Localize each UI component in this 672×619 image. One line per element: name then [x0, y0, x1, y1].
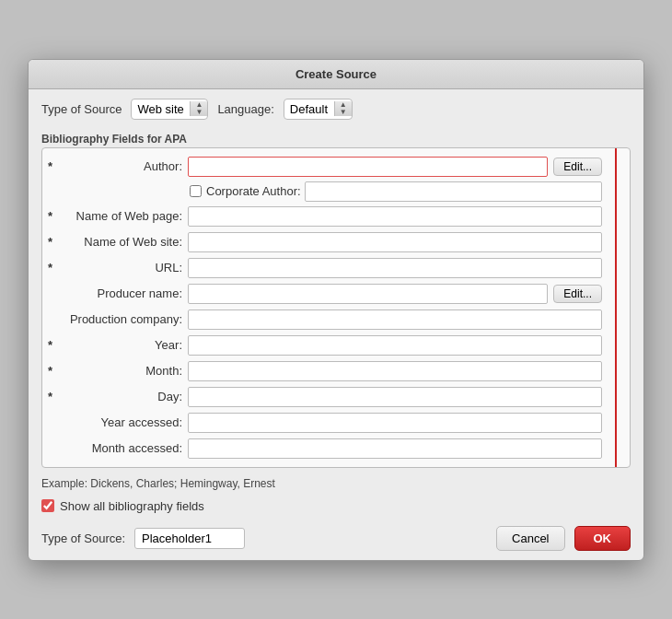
type-of-source-bottom-label: Type of Source: [41, 531, 125, 545]
type-of-source-bottom-input[interactable] [134, 528, 245, 549]
corporate-author-checkbox[interactable] [190, 185, 202, 197]
fields-scroll[interactable]: * Author: Edit... Corporate Author: * Na… [42, 148, 630, 467]
example-text: Example: Dickens, Charles; Hemingway, Er… [29, 468, 643, 496]
type-of-source-spinner[interactable]: ▲ ▼ [190, 101, 207, 116]
input-author[interactable] [188, 157, 548, 177]
corporate-author-input[interactable] [305, 181, 602, 202]
show-all-label: Show all bibliography fields [60, 499, 204, 513]
required-indicator-month: * [48, 364, 59, 378]
input-day[interactable] [188, 387, 602, 407]
label-producer: Producer name: [59, 286, 188, 300]
input-year[interactable] [188, 335, 602, 356]
input-producer[interactable] [188, 284, 548, 304]
cancel-button[interactable]: Cancel [496, 526, 564, 551]
create-source-dialog: Create Source Type of Source Web site ▲ … [28, 59, 644, 561]
label-webpage: Name of Web page: [59, 209, 188, 223]
bibliography-section-label: Bibliography Fields for APA [29, 129, 643, 147]
type-of-source-select-wrapper[interactable]: Web site ▲ ▼ [131, 99, 208, 120]
dialog-title: Create Source [29, 60, 643, 89]
required-indicator-url: * [48, 261, 59, 274]
input-webpage[interactable] [188, 206, 602, 227]
show-all-row: Show all bibliography fields [29, 496, 643, 517]
label-company: Production company: [59, 312, 188, 326]
type-of-source-select[interactable]: Web site [132, 99, 190, 119]
field-row-url: * URL: [42, 255, 630, 281]
label-month: Month: [59, 364, 188, 378]
input-year-accessed[interactable] [188, 413, 602, 433]
label-day: Day: [59, 390, 188, 403]
type-of-source-label: Type of Source [41, 102, 122, 116]
input-website[interactable] [188, 232, 602, 252]
language-label: Language: [217, 102, 273, 116]
language-select-wrapper[interactable]: Default ▲ ▼ [284, 99, 353, 120]
required-indicator-webpage: * [48, 209, 59, 223]
label-author: Author: [59, 159, 188, 173]
field-row-author: * Author: Edit... [42, 154, 630, 180]
field-row-year: * Year: [42, 333, 630, 358]
required-indicator-day: * [48, 390, 59, 403]
input-month-accessed[interactable] [188, 438, 602, 459]
edit-producer-button[interactable]: Edit... [553, 285, 602, 303]
top-row: Type of Source Web site ▲ ▼ Language: De… [29, 89, 643, 129]
ok-button[interactable]: OK [574, 526, 631, 551]
show-all-checkbox[interactable] [41, 499, 54, 512]
field-row-company: Production company: [42, 307, 630, 333]
bottom-row: Type of Source: Cancel OK [29, 517, 643, 560]
edit-author-button[interactable]: Edit... [553, 158, 602, 176]
input-company[interactable] [188, 310, 602, 330]
required-indicator-year: * [48, 338, 59, 352]
required-indicator-website: * [48, 235, 59, 249]
label-website: Name of Web site: [59, 235, 188, 249]
field-row-year-accessed: Year accessed: [42, 410, 630, 436]
field-row-website: * Name of Web site: [42, 229, 630, 255]
language-select[interactable]: Default [284, 99, 334, 119]
field-row-month-accessed: Month accessed: [42, 436, 630, 461]
corporate-author-row: Corporate Author: [42, 180, 630, 204]
fields-area: * Author: Edit... Corporate Author: * Na… [41, 147, 631, 468]
input-month[interactable] [188, 361, 602, 381]
field-row-producer: Producer name: Edit... [42, 281, 630, 307]
field-row-webpage: * Name of Web page: [42, 204, 630, 229]
field-row-day: * Day: [42, 384, 630, 410]
corporate-author-label: Corporate Author: [206, 184, 301, 198]
field-row-month: * Month: [42, 358, 630, 384]
input-url[interactable] [188, 258, 602, 278]
label-year: Year: [59, 338, 188, 352]
label-month-accessed: Month accessed: [59, 441, 188, 455]
label-year-accessed: Year accessed: [59, 415, 188, 429]
label-url: URL: [59, 261, 188, 274]
required-indicator-author: * [48, 159, 59, 173]
language-spinner[interactable]: ▲ ▼ [334, 101, 352, 116]
